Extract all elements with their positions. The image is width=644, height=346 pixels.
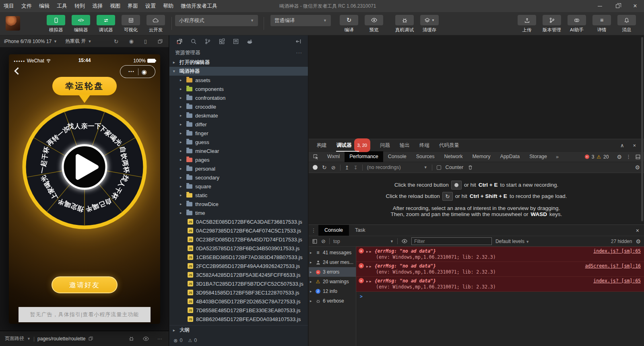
tab-debugger[interactable]: 调试器3, 20 [332, 138, 375, 152]
restore-button[interactable] [609, 0, 626, 12]
scrollbar[interactable] [641, 37, 643, 221]
remote-debug-button[interactable]: 真机调试 [392, 15, 417, 33]
npm-scripts-icon[interactable] [229, 38, 242, 45]
visualization-button[interactable]: 可视化 [118, 15, 143, 33]
minimize-button[interactable] [591, 0, 609, 12]
close-button[interactable]: × [626, 0, 644, 12]
preview-button[interactable]: 预览 [361, 15, 386, 33]
tree-folder[interactable]: ▸differ [169, 120, 308, 129]
tree-folder[interactable]: ▸mineClear [169, 146, 308, 155]
tree-folder[interactable]: ▸throwDice [169, 200, 308, 208]
devtab-console[interactable]: Console [383, 151, 411, 162]
menu-file[interactable]: 文件 [18, 0, 35, 12]
expand-toggle-icon[interactable]: ▶▶ [366, 280, 373, 283]
dock-side-icon[interactable] [635, 154, 641, 160]
tree-folder[interactable]: ▸finger [169, 129, 308, 138]
tree-file[interactable]: JS2FCC2B9585D172BF49AA439262427533.js [169, 262, 308, 270]
tree-file[interactable]: JS3D95841585D172BF5BF3EC1228707533.js [169, 288, 308, 297]
copy-icon[interactable] [88, 336, 93, 341]
editor-toggle-button[interactable]: </> 编辑器 [68, 15, 93, 33]
more-options-icon[interactable]: ··· [157, 336, 162, 342]
expand-toggle-icon[interactable]: ▶▶ [366, 265, 373, 268]
expand-toggle-icon[interactable]: ▶▶ [366, 250, 373, 253]
upload-button[interactable]: 上传 [514, 15, 539, 33]
console-source-link[interactable]: adScreen.js? [sm]:16 [585, 263, 641, 269]
user-avatar[interactable] [6, 16, 20, 31]
tree-file[interactable]: JS3D1BA7C285D172BF5B7DCFC52C507533.js [169, 279, 308, 288]
warning-icon[interactable]: ⚠ [597, 154, 601, 160]
details-button[interactable]: ≡ 详情 [589, 15, 614, 33]
invite-friends-button[interactable]: 邀请好友 [52, 276, 118, 293]
tree-folder[interactable]: ▸crocodile [169, 102, 308, 111]
cloud-dev-button[interactable]: 云开发 [143, 15, 168, 33]
menu-devtools[interactable]: 微信开发者工具 [177, 0, 221, 12]
mode-dropdown[interactable]: 小程序模式▼ [175, 15, 258, 26]
compile-mode-dropdown[interactable]: 普通编译▼ [270, 15, 331, 26]
page-path-label[interactable]: 页面路径 [5, 335, 24, 342]
console-eye-icon[interactable] [401, 239, 408, 243]
devtools-menu-icon[interactable]: ⋮ [624, 154, 633, 160]
context-dropdown[interactable]: top▼ [333, 239, 394, 244]
menu-view[interactable]: 视图 [106, 0, 124, 12]
more-tabs-icon[interactable]: » [552, 154, 563, 160]
trash-icon[interactable] [468, 165, 473, 170]
tree-file[interactable]: JS8C8B620485D172BFEAED0A0348107533.js [169, 315, 308, 323]
extensions-icon[interactable] [215, 38, 228, 45]
phone-screen[interactable]: ●●●●● WeChat 15:44 100% ••• ◉ [9, 54, 160, 324]
sidebar-errors[interactable]: ▸×3 errors [309, 267, 356, 277]
menu-settings[interactable]: 设置 [142, 0, 159, 12]
sidebar-verbose[interactable]: ▸6 verbose [309, 296, 356, 306]
debugger-toggle-button[interactable]: 调试器 [93, 15, 118, 33]
menu-goto[interactable]: 转到 [71, 0, 89, 12]
tab-output[interactable]: 输出 [395, 139, 415, 151]
tree-folder[interactable]: ▸personal [169, 164, 308, 173]
close-panel-icon[interactable]: × [633, 142, 636, 148]
console-filter-input[interactable] [411, 237, 492, 245]
compile-button[interactable]: ↻ 编译 [336, 15, 361, 33]
devtools-settings-icon[interactable]: ⚙ [617, 154, 622, 160]
stop-icon[interactable]: ◉ [129, 38, 134, 44]
tree-folder[interactable]: ▸confrontation [169, 93, 308, 102]
counter-checkbox[interactable] [437, 165, 441, 170]
messages-button[interactable]: 消息 [614, 15, 639, 33]
console-source-link[interactable]: index.js? [sm]:65 [593, 278, 641, 284]
menu-select[interactable]: 选择 [89, 0, 106, 12]
visibility-eye-icon[interactable] [142, 336, 149, 341]
console-prompt[interactable]: > [356, 292, 644, 301]
collapse-panel-icon[interactable]: ∧ [620, 142, 624, 148]
console-tab[interactable]: Console [318, 225, 349, 236]
devtab-performance[interactable]: Performance [345, 151, 383, 162]
tree-folder[interactable]: ▸components [169, 84, 308, 93]
clear-recordings-icon[interactable]: ⊘ [331, 165, 336, 171]
tree-folder[interactable]: ▸pages [169, 155, 308, 164]
outline-section[interactable]: ▸大纲 [169, 325, 308, 335]
tree-project-root[interactable]: ▾喝酒神器 [169, 67, 308, 76]
menu-edit[interactable]: 编辑 [35, 0, 53, 12]
lucky-wheel[interactable]: 找人亲一下 下家喝光 自饮两杯 找人干杯 自己喝半 指定喝半 上家喝光 一起干杯… [20, 103, 149, 231]
version-control-button[interactable]: 版本管理 [539, 15, 564, 33]
devtab-sources[interactable]: Sources [411, 151, 440, 162]
tree-file[interactable]: JS0AC5B2E085D172BF6CA3DAE736817533.js [169, 217, 308, 226]
exit-target-icon[interactable]: ◉ [142, 69, 147, 75]
sidebar-user-messages[interactable]: ▸24 user mes... [309, 257, 356, 267]
tree-folder[interactable]: ▸assets [169, 76, 308, 84]
devtab-memory[interactable]: Memory [467, 151, 495, 162]
recordings-dropdown[interactable]: (no recordings)▼ [367, 165, 427, 170]
multi-window-icon[interactable] [157, 39, 163, 44]
save-profile-icon[interactable]: ↧ [353, 165, 357, 171]
tree-folder[interactable]: ▸square [169, 182, 308, 191]
collapse-panel-icon[interactable] [291, 38, 305, 45]
vconsole-bug-icon[interactable] [128, 336, 134, 342]
tree-open-editors[interactable]: ▸打开的编辑器 [169, 58, 308, 67]
menu-interface[interactable]: 界面 [124, 0, 142, 12]
levels-dropdown[interactable]: Default levels ▼ [495, 239, 529, 244]
console-settings-icon[interactable]: ⚙ [636, 238, 641, 245]
rotate-icon[interactable]: ↻ [114, 38, 119, 45]
sidebar-all-messages[interactable]: ▸≡41 messages [309, 248, 356, 257]
tree-file[interactable]: JS0AC2987385D172BF6CA4F074C5C17533.js [169, 226, 308, 235]
performance-settings-icon[interactable]: ⚙ [635, 164, 640, 171]
explorer-more-icon[interactable]: ··· [296, 50, 303, 56]
inspect-element-icon[interactable] [309, 154, 322, 160]
tab-build[interactable]: 构建 [312, 139, 332, 151]
files-icon[interactable] [173, 38, 186, 45]
